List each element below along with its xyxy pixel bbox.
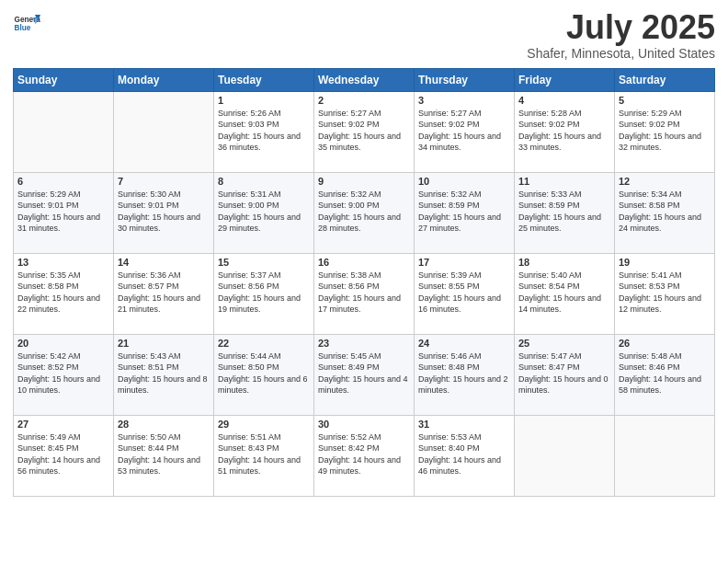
day-detail: Sunrise: 5:45 AMSunset: 8:49 PMDaylight:… xyxy=(318,350,410,396)
day-cell xyxy=(615,415,715,496)
day-detail: Sunrise: 5:36 AMSunset: 8:57 PMDaylight:… xyxy=(118,270,210,316)
weekday-header-monday: Monday xyxy=(114,68,214,91)
day-number: 10 xyxy=(418,176,510,187)
title-block: July 2025 Shafer, Minnesota, United Stat… xyxy=(527,9,715,61)
day-cell: 25Sunrise: 5:47 AMSunset: 8:47 PMDayligh… xyxy=(515,334,615,415)
day-number: 23 xyxy=(318,338,410,349)
day-detail: Sunrise: 5:50 AMSunset: 8:44 PMDaylight:… xyxy=(118,431,210,477)
day-number: 21 xyxy=(118,338,210,349)
day-cell: 17Sunrise: 5:39 AMSunset: 8:55 PMDayligh… xyxy=(415,253,515,334)
weekday-header-tuesday: Tuesday xyxy=(214,68,314,91)
day-cell: 27Sunrise: 5:49 AMSunset: 8:45 PMDayligh… xyxy=(14,415,114,496)
day-cell xyxy=(114,91,214,172)
day-number: 7 xyxy=(118,176,210,187)
day-cell: 8Sunrise: 5:31 AMSunset: 9:00 PMDaylight… xyxy=(214,172,314,253)
day-number: 13 xyxy=(17,257,109,268)
day-detail: Sunrise: 5:33 AMSunset: 8:59 PMDaylight:… xyxy=(518,189,610,235)
weekday-header-row: SundayMondayTuesdayWednesdayThursdayFrid… xyxy=(14,68,715,91)
day-cell: 20Sunrise: 5:42 AMSunset: 8:52 PMDayligh… xyxy=(14,334,114,415)
day-number: 3 xyxy=(418,95,510,106)
day-detail: Sunrise: 5:44 AMSunset: 8:50 PMDaylight:… xyxy=(218,350,310,396)
day-detail: Sunrise: 5:47 AMSunset: 8:47 PMDaylight:… xyxy=(518,350,610,396)
day-cell: 1Sunrise: 5:26 AMSunset: 9:03 PMDaylight… xyxy=(214,91,314,172)
day-detail: Sunrise: 5:29 AMSunset: 9:01 PMDaylight:… xyxy=(17,189,109,235)
week-row-1: 1Sunrise: 5:26 AMSunset: 9:03 PMDaylight… xyxy=(14,91,715,172)
day-cell: 9Sunrise: 5:32 AMSunset: 9:00 PMDaylight… xyxy=(314,172,415,253)
day-number: 19 xyxy=(619,257,711,268)
day-detail: Sunrise: 5:42 AMSunset: 8:52 PMDaylight:… xyxy=(17,350,109,396)
weekday-header-wednesday: Wednesday xyxy=(314,68,415,91)
day-cell: 31Sunrise: 5:53 AMSunset: 8:40 PMDayligh… xyxy=(415,415,515,496)
day-number: 29 xyxy=(218,419,310,430)
day-number: 18 xyxy=(518,257,610,268)
weekday-header-thursday: Thursday xyxy=(415,68,515,91)
day-cell: 10Sunrise: 5:32 AMSunset: 8:59 PMDayligh… xyxy=(415,172,515,253)
day-detail: Sunrise: 5:43 AMSunset: 8:51 PMDaylight:… xyxy=(118,350,210,396)
day-number: 25 xyxy=(518,338,610,349)
day-detail: Sunrise: 5:29 AMSunset: 9:02 PMDaylight:… xyxy=(619,108,711,154)
day-cell: 3Sunrise: 5:27 AMSunset: 9:02 PMDaylight… xyxy=(415,91,515,172)
day-number: 24 xyxy=(418,338,510,349)
page: General Blue July 2025 Shafer, Minnesota… xyxy=(0,0,728,506)
day-number: 26 xyxy=(619,338,711,349)
day-number: 15 xyxy=(218,257,310,268)
svg-text:Blue: Blue xyxy=(15,24,31,32)
day-number: 16 xyxy=(318,257,410,268)
day-number: 20 xyxy=(17,338,109,349)
day-number: 9 xyxy=(318,176,410,187)
day-number: 1 xyxy=(218,95,310,106)
location: Shafer, Minnesota, United States xyxy=(527,46,715,61)
day-detail: Sunrise: 5:46 AMSunset: 8:48 PMDaylight:… xyxy=(418,350,510,396)
day-detail: Sunrise: 5:28 AMSunset: 9:02 PMDaylight:… xyxy=(518,108,610,154)
day-detail: Sunrise: 5:27 AMSunset: 9:02 PMDaylight:… xyxy=(418,108,510,154)
day-detail: Sunrise: 5:31 AMSunset: 9:00 PMDaylight:… xyxy=(218,189,310,235)
week-row-4: 20Sunrise: 5:42 AMSunset: 8:52 PMDayligh… xyxy=(14,334,715,415)
day-detail: Sunrise: 5:41 AMSunset: 8:53 PMDaylight:… xyxy=(619,270,711,316)
day-number: 11 xyxy=(518,176,610,187)
day-detail: Sunrise: 5:30 AMSunset: 9:01 PMDaylight:… xyxy=(118,189,210,235)
day-detail: Sunrise: 5:32 AMSunset: 9:00 PMDaylight:… xyxy=(318,189,410,235)
day-number: 17 xyxy=(418,257,510,268)
day-number: 27 xyxy=(17,419,109,430)
weekday-header-saturday: Saturday xyxy=(615,68,715,91)
day-detail: Sunrise: 5:38 AMSunset: 8:56 PMDaylight:… xyxy=(318,270,410,316)
month-title: July 2025 xyxy=(527,9,715,46)
day-detail: Sunrise: 5:34 AMSunset: 8:58 PMDaylight:… xyxy=(619,189,711,235)
day-cell: 18Sunrise: 5:40 AMSunset: 8:54 PMDayligh… xyxy=(515,253,615,334)
day-number: 30 xyxy=(318,419,410,430)
day-cell: 22Sunrise: 5:44 AMSunset: 8:50 PMDayligh… xyxy=(214,334,314,415)
day-number: 22 xyxy=(218,338,310,349)
day-detail: Sunrise: 5:32 AMSunset: 8:59 PMDaylight:… xyxy=(418,189,510,235)
day-detail: Sunrise: 5:53 AMSunset: 8:40 PMDaylight:… xyxy=(418,431,510,477)
logo-icon: General Blue xyxy=(13,9,40,37)
day-number: 14 xyxy=(118,257,210,268)
day-cell: 24Sunrise: 5:46 AMSunset: 8:48 PMDayligh… xyxy=(415,334,515,415)
day-cell: 5Sunrise: 5:29 AMSunset: 9:02 PMDaylight… xyxy=(615,91,715,172)
day-number: 6 xyxy=(17,176,109,187)
day-cell: 23Sunrise: 5:45 AMSunset: 8:49 PMDayligh… xyxy=(314,334,415,415)
day-detail: Sunrise: 5:51 AMSunset: 8:43 PMDaylight:… xyxy=(218,431,310,477)
day-number: 2 xyxy=(318,95,410,106)
day-cell xyxy=(14,91,114,172)
day-number: 31 xyxy=(418,419,510,430)
week-row-3: 13Sunrise: 5:35 AMSunset: 8:58 PMDayligh… xyxy=(14,253,715,334)
calendar: SundayMondayTuesdayWednesdayThursdayFrid… xyxy=(13,68,715,497)
day-detail: Sunrise: 5:40 AMSunset: 8:54 PMDaylight:… xyxy=(518,270,610,316)
day-cell: 16Sunrise: 5:38 AMSunset: 8:56 PMDayligh… xyxy=(314,253,415,334)
weekday-header-sunday: Sunday xyxy=(14,68,114,91)
day-number: 28 xyxy=(118,419,210,430)
day-cell: 28Sunrise: 5:50 AMSunset: 8:44 PMDayligh… xyxy=(114,415,214,496)
day-detail: Sunrise: 5:27 AMSunset: 9:02 PMDaylight:… xyxy=(318,108,410,154)
day-detail: Sunrise: 5:39 AMSunset: 8:55 PMDaylight:… xyxy=(418,270,510,316)
day-detail: Sunrise: 5:37 AMSunset: 8:56 PMDaylight:… xyxy=(218,270,310,316)
day-detail: Sunrise: 5:52 AMSunset: 8:42 PMDaylight:… xyxy=(318,431,410,477)
day-cell: 15Sunrise: 5:37 AMSunset: 8:56 PMDayligh… xyxy=(214,253,314,334)
day-cell: 30Sunrise: 5:52 AMSunset: 8:42 PMDayligh… xyxy=(314,415,415,496)
day-detail: Sunrise: 5:35 AMSunset: 8:58 PMDaylight:… xyxy=(17,270,109,316)
day-cell: 7Sunrise: 5:30 AMSunset: 9:01 PMDaylight… xyxy=(114,172,214,253)
week-row-2: 6Sunrise: 5:29 AMSunset: 9:01 PMDaylight… xyxy=(14,172,715,253)
day-number: 5 xyxy=(619,95,711,106)
day-cell: 19Sunrise: 5:41 AMSunset: 8:53 PMDayligh… xyxy=(615,253,715,334)
day-detail: Sunrise: 5:48 AMSunset: 8:46 PMDaylight:… xyxy=(619,350,711,396)
day-detail: Sunrise: 5:26 AMSunset: 9:03 PMDaylight:… xyxy=(218,108,310,154)
